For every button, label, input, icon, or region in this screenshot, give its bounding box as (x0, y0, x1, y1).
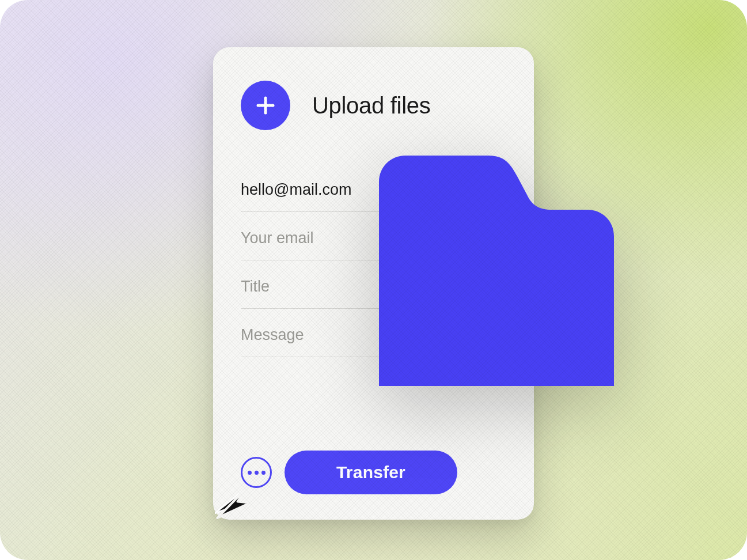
upload-card: Upload files Transfer (213, 47, 534, 520)
email-to-field[interactable] (241, 164, 506, 212)
more-options-button[interactable] (241, 457, 272, 488)
transfer-button[interactable]: Transfer (285, 451, 457, 494)
plus-icon (254, 94, 277, 117)
add-files-button[interactable] (241, 81, 290, 130)
page-background: Upload files Transfer (0, 0, 747, 560)
your-email-field[interactable] (241, 212, 506, 260)
title-field[interactable] (241, 260, 506, 309)
card-title: Upload files (312, 93, 430, 119)
form-fields (241, 164, 506, 357)
card-actions: Transfer (241, 439, 506, 494)
ellipsis-icon (248, 471, 266, 475)
message-field[interactable] (241, 309, 506, 357)
card-header: Upload files (241, 81, 506, 130)
